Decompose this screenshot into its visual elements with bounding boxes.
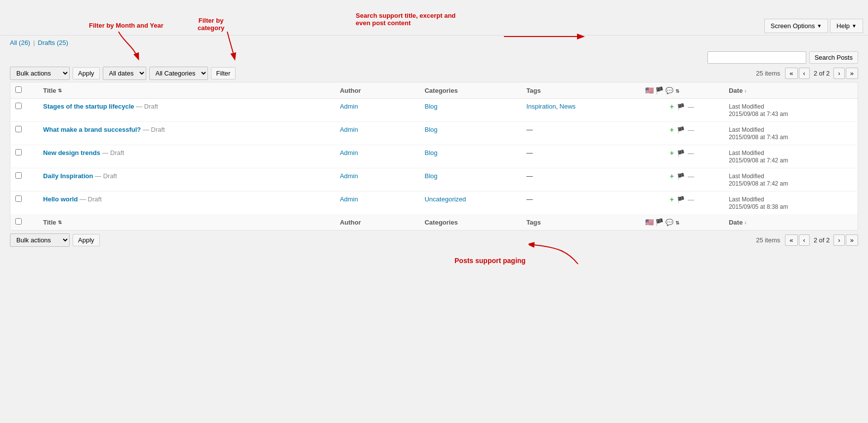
- tag-link[interactable]: Inspiration: [526, 103, 556, 110]
- post-tags-cell: —: [521, 145, 640, 168]
- th-title: Title ⇅: [38, 82, 335, 99]
- apply-button-top[interactable]: Apply: [73, 67, 100, 79]
- post-date-cell: Last Modified2015/09/08 at 7:43 am: [724, 99, 858, 122]
- category-filter-select[interactable]: All Categories: [149, 67, 208, 80]
- date-filter-select[interactable]: All dates: [103, 67, 146, 80]
- select-all-checkbox[interactable]: [15, 86, 22, 93]
- select-all-checkbox-bottom[interactable]: [15, 218, 22, 225]
- table-row: Daily Inspiration — DraftAdminBlog— + 🏴 …: [10, 168, 858, 192]
- th-date: Date ↓: [724, 82, 858, 99]
- bulk-actions-select-bottom[interactable]: Bulk actions Edit Move to Trash: [10, 233, 70, 247]
- th-categories: Categories: [419, 82, 521, 99]
- flag-red-icon: 🏴: [655, 86, 663, 94]
- next-page-button-top[interactable]: ›: [833, 68, 844, 79]
- table-row: Stages of the startup lifecycle — DraftA…: [10, 99, 858, 122]
- pagination-bottom: « ‹ 2 of 2 › »: [785, 234, 858, 246]
- no-tags: —: [526, 172, 533, 180]
- comment-col-icon: 💬: [665, 87, 673, 94]
- help-button[interactable]: Help ▼: [830, 19, 863, 33]
- post-title-link-4[interactable]: Hello world: [43, 195, 78, 203]
- last-page-button-bottom[interactable]: »: [846, 234, 858, 246]
- th-checkbox: [10, 82, 39, 99]
- tfoot-icons: 🇺🇸 🏴 💬 ⇅: [640, 214, 724, 231]
- post-author-cell: Admin: [335, 99, 420, 122]
- chevron-down-icon: ▼: [817, 23, 822, 29]
- page-info-top: 2 of 2: [811, 68, 833, 78]
- apply-button-bottom[interactable]: Apply: [73, 234, 100, 246]
- title-sort[interactable]: Title ⇅: [43, 87, 330, 94]
- table-header-row: Title ⇅ Author Categories Tags 🇺🇸 🏴 💬 ⇅: [10, 82, 858, 99]
- post-icons-cell: + 🏴 —: [640, 168, 724, 192]
- row-checkbox-2[interactable]: [15, 149, 22, 155]
- category-link[interactable]: Blog: [424, 149, 437, 156]
- post-status-2: — Draft: [102, 149, 124, 156]
- author-link-1[interactable]: Admin: [340, 126, 358, 133]
- drafts-link[interactable]: Drafts (25): [38, 39, 68, 46]
- post-author-cell: Admin: [335, 168, 420, 192]
- last-page-button-top[interactable]: »: [846, 68, 858, 79]
- tablenav-top: Bulk actions Edit Move to Trash Apply Al…: [10, 67, 858, 80]
- search-input[interactable]: [707, 51, 806, 64]
- search-posts-button[interactable]: Search Posts: [809, 51, 858, 64]
- tfoot-title-sort[interactable]: Title ⇅: [43, 219, 330, 226]
- dash-icon-3: —: [688, 173, 694, 180]
- th-author: Author: [335, 82, 420, 99]
- date-label-3: Last Modified: [729, 173, 764, 180]
- post-title-link-2[interactable]: New design trends: [43, 149, 100, 156]
- post-title-link-3[interactable]: Daily Inspiration: [43, 172, 93, 180]
- chevron-down-icon: ▼: [852, 23, 857, 29]
- row-checkbox-1[interactable]: [15, 126, 22, 132]
- row-checkbox-3[interactable]: [15, 172, 22, 179]
- tfoot-sort-icon: ⇅: [58, 220, 62, 225]
- author-link-3[interactable]: Admin: [340, 172, 358, 180]
- category-link[interactable]: Blog: [424, 172, 437, 180]
- category-link[interactable]: Uncategorized: [424, 195, 466, 203]
- th-icons: 🇺🇸 🏴 💬 ⇅: [640, 82, 724, 99]
- post-date-cell: Last Modified2015/09/08 at 7:42 am: [724, 168, 858, 192]
- author-link-2[interactable]: Admin: [340, 149, 358, 156]
- tfoot-title: Title ⇅: [38, 214, 335, 231]
- post-title-link-0[interactable]: Stages of the startup lifecycle: [43, 103, 134, 110]
- tfoot-sort-col-icon: ⇅: [675, 220, 679, 226]
- plus-icon-0: +: [670, 103, 674, 111]
- all-posts-link[interactable]: All (26): [10, 39, 30, 46]
- tfoot-comment-icon: 💬: [665, 219, 673, 226]
- no-tags: —: [526, 149, 533, 156]
- subsubsub-nav: All (26) | Drafts (25): [10, 39, 858, 46]
- bulk-actions-select-top[interactable]: Bulk actions Edit Move to Trash: [10, 67, 70, 80]
- date-label-0: Last Modified: [729, 103, 764, 110]
- dash-icon-1: —: [688, 126, 694, 134]
- prev-page-button-bottom[interactable]: ‹: [799, 234, 810, 246]
- author-link-4[interactable]: Admin: [340, 195, 358, 203]
- category-link[interactable]: Blog: [424, 103, 437, 110]
- tag-link[interactable]: News: [560, 103, 576, 110]
- th-tags: Tags: [521, 82, 640, 99]
- row-checkbox-4[interactable]: [15, 195, 22, 202]
- post-author-cell: Admin: [335, 145, 420, 168]
- next-page-button-bottom[interactable]: ›: [833, 234, 844, 246]
- date-sort[interactable]: Date ↓: [729, 87, 853, 94]
- post-author-cell: Admin: [335, 122, 420, 145]
- date-value-4: 2015/09/05 at 8:38 am: [729, 203, 788, 210]
- date-sort-icon: ↓: [744, 88, 746, 93]
- screen-options-button[interactable]: Screen Options ▼: [764, 19, 828, 33]
- icon-cell-2: + 🏴 —: [645, 149, 719, 157]
- post-title-cell: Daily Inspiration — Draft: [38, 168, 335, 192]
- category-link[interactable]: Blog: [424, 126, 437, 133]
- first-page-button-bottom[interactable]: «: [785, 234, 797, 246]
- post-tags-cell: —: [521, 168, 640, 192]
- plus-icon-2: +: [670, 149, 674, 157]
- sep: |: [33, 39, 35, 46]
- author-link-0[interactable]: Admin: [340, 103, 358, 110]
- post-title-link-1[interactable]: What make a brand successful?: [43, 126, 141, 133]
- filter-button[interactable]: Filter: [211, 67, 236, 79]
- first-page-button-top[interactable]: «: [785, 68, 797, 79]
- no-tags: —: [526, 195, 533, 203]
- tfoot-date-sort[interactable]: Date ↓: [729, 219, 853, 226]
- flag-icon-3: 🏴: [677, 173, 685, 180]
- prev-page-button-top[interactable]: ‹: [799, 68, 810, 79]
- row-checkbox-0[interactable]: [15, 103, 22, 109]
- post-status-4: — Draft: [80, 195, 102, 203]
- plus-icon-1: +: [670, 126, 674, 134]
- post-status-1: — Draft: [143, 126, 165, 133]
